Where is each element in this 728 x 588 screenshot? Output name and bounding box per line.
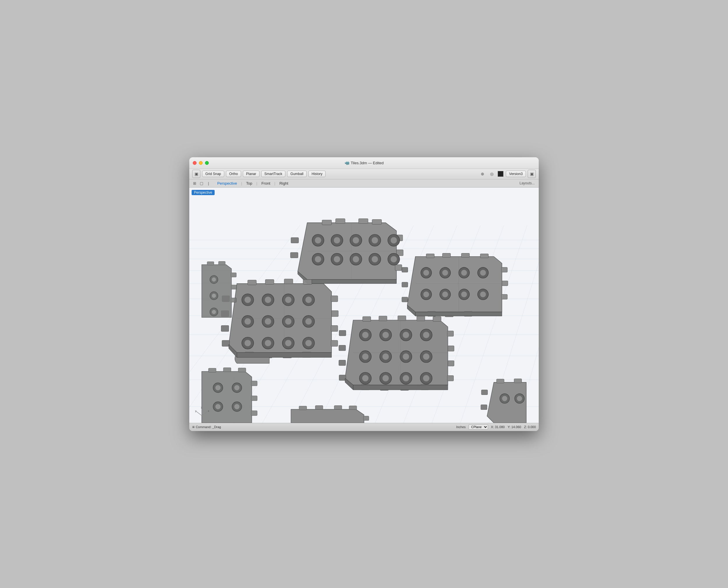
svg-point-53 bbox=[334, 256, 340, 262]
svg-point-134 bbox=[265, 340, 271, 346]
tile-right-edge-partial bbox=[481, 379, 526, 423]
cursor-target-icon[interactable]: ⊕ bbox=[479, 170, 486, 177]
svg-rect-69 bbox=[501, 267, 507, 272]
svg-marker-61 bbox=[307, 279, 396, 284]
svg-point-59 bbox=[390, 256, 397, 262]
planar-button[interactable]: Planar bbox=[243, 171, 259, 177]
tab-top[interactable]: Top bbox=[242, 179, 256, 187]
svg-point-180 bbox=[382, 375, 389, 381]
tile-top-center bbox=[290, 218, 403, 284]
minimize-button[interactable] bbox=[199, 161, 203, 165]
svg-point-162 bbox=[362, 332, 368, 338]
svg-point-174 bbox=[403, 353, 409, 360]
svg-rect-37 bbox=[395, 265, 402, 270]
right-panel-toggle[interactable]: ▣ bbox=[528, 170, 536, 178]
svg-rect-206 bbox=[315, 405, 323, 409]
svg-rect-73 bbox=[402, 282, 408, 287]
ortho-button[interactable]: Ortho bbox=[226, 171, 241, 177]
toolbar-buttons: Grid Snap Ortho Planar SmartTrack Gumbal… bbox=[202, 171, 477, 177]
viewport-label: Perspective bbox=[192, 190, 215, 195]
svg-point-49 bbox=[390, 237, 397, 243]
svg-rect-33 bbox=[359, 218, 368, 223]
svg-line-232 bbox=[196, 411, 202, 416]
svg-rect-156 bbox=[339, 375, 346, 380]
svg-point-228 bbox=[212, 294, 216, 298]
svg-rect-74 bbox=[402, 297, 408, 302]
history-button[interactable]: History bbox=[308, 171, 325, 177]
svg-rect-106 bbox=[331, 340, 338, 346]
tab-front[interactable]: Front bbox=[258, 179, 274, 187]
titlebar: 🦏 Tiles.3dm — Edited bbox=[189, 157, 539, 169]
svg-rect-71 bbox=[501, 294, 507, 299]
svg-point-93 bbox=[480, 291, 486, 297]
svg-point-120 bbox=[285, 296, 292, 303]
svg-point-166 bbox=[403, 332, 409, 338]
svg-rect-110 bbox=[222, 340, 230, 346]
svg-point-130 bbox=[305, 318, 312, 324]
3d-scene bbox=[189, 188, 539, 423]
svg-point-128 bbox=[285, 318, 292, 324]
svg-point-203 bbox=[234, 404, 240, 409]
svg-rect-66 bbox=[442, 253, 450, 257]
viewport-area[interactable]: Perspective bbox=[189, 188, 539, 423]
svg-rect-222 bbox=[231, 298, 236, 302]
svg-rect-39 bbox=[290, 252, 298, 258]
svg-point-230 bbox=[212, 310, 216, 314]
svg-rect-154 bbox=[339, 345, 346, 351]
grid-snap-button[interactable]: Grid Snap bbox=[202, 171, 224, 177]
svg-marker-189 bbox=[202, 371, 252, 423]
tab-perspective[interactable]: Perspective bbox=[214, 179, 240, 187]
svg-rect-195 bbox=[238, 368, 246, 372]
viewport-tabs-bar: ⊞ ▢ | Perspective | Top | Front | Right … bbox=[189, 180, 539, 188]
y-coord: Y: 14.060 bbox=[508, 425, 521, 429]
circle-target-icon[interactable]: ◎ bbox=[488, 170, 495, 177]
svg-rect-105 bbox=[331, 325, 338, 331]
smarttrack-button[interactable]: SmartTrack bbox=[261, 171, 286, 177]
svg-rect-193 bbox=[209, 368, 216, 372]
svg-rect-221 bbox=[231, 285, 237, 289]
svg-rect-152 bbox=[447, 375, 453, 381]
tab-right[interactable]: Right bbox=[276, 179, 292, 187]
svg-point-126 bbox=[265, 318, 271, 324]
svg-rect-72 bbox=[402, 267, 408, 272]
svg-point-138 bbox=[305, 340, 312, 346]
svg-rect-194 bbox=[223, 368, 231, 372]
svg-text:z: z bbox=[201, 406, 202, 409]
svg-rect-190 bbox=[251, 381, 257, 386]
cplane-select[interactable]: CPlane World bbox=[469, 424, 488, 429]
close-button[interactable] bbox=[193, 161, 196, 165]
separator-icon: | bbox=[206, 180, 211, 186]
left-panel-toggle[interactable]: ▣ bbox=[192, 170, 200, 178]
svg-rect-103 bbox=[331, 296, 338, 301]
z-coord: Z: 0.000 bbox=[524, 425, 536, 429]
tile-left-center bbox=[221, 279, 338, 363]
svg-point-47 bbox=[371, 237, 378, 243]
gumball-button[interactable]: Gumball bbox=[287, 171, 307, 177]
toolbar-right: ⊕ ◎ Version3 bbox=[479, 170, 526, 177]
svg-marker-204 bbox=[291, 409, 364, 423]
color-swatch[interactable] bbox=[498, 171, 504, 177]
svg-point-164 bbox=[382, 332, 389, 338]
svg-point-184 bbox=[423, 375, 429, 381]
svg-point-91 bbox=[461, 291, 467, 297]
tile-bottom-center-partial bbox=[291, 405, 369, 423]
maximize-button[interactable] bbox=[205, 161, 209, 165]
svg-point-116 bbox=[244, 296, 251, 303]
svg-rect-31 bbox=[322, 220, 332, 225]
svg-point-216 bbox=[502, 396, 508, 401]
svg-rect-68 bbox=[480, 254, 488, 258]
svg-point-85 bbox=[480, 270, 486, 275]
svg-point-43 bbox=[334, 237, 340, 243]
svg-rect-207 bbox=[334, 405, 342, 409]
svg-rect-102 bbox=[303, 279, 312, 284]
four-view-icon[interactable]: ⊞ bbox=[192, 180, 197, 186]
single-view-icon[interactable]: ▢ bbox=[199, 180, 205, 186]
svg-line-231 bbox=[202, 411, 208, 416]
window-title: 🦏 Tiles.3dm — Edited bbox=[344, 161, 384, 165]
svg-point-45 bbox=[352, 237, 359, 243]
layouts-button[interactable]: Layouts... bbox=[518, 181, 536, 185]
svg-point-79 bbox=[423, 270, 429, 275]
svg-rect-213 bbox=[481, 390, 488, 395]
svg-point-176 bbox=[423, 353, 429, 360]
version-label: Version3 bbox=[506, 171, 526, 177]
